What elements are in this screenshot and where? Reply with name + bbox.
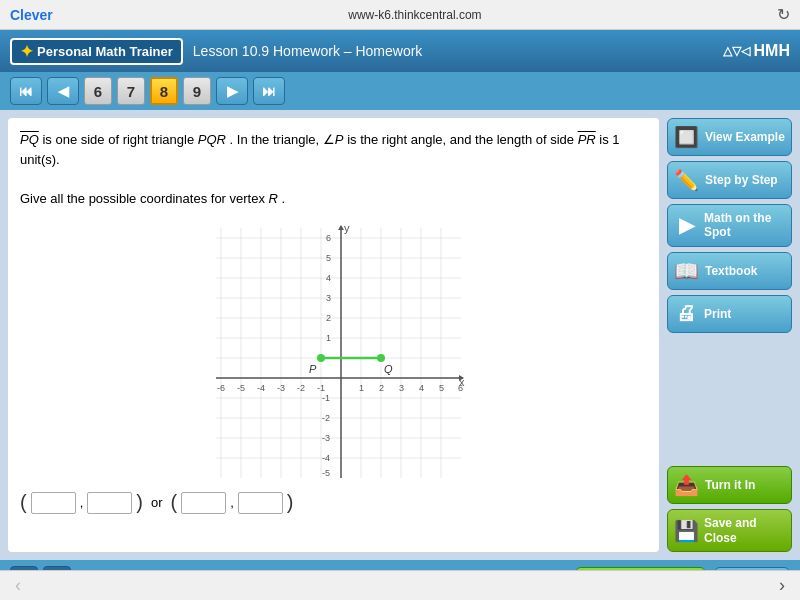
browser-forward-arrow[interactable]: › [779, 575, 785, 596]
app-name: Personal Math Trainer [37, 44, 173, 59]
nav-bar: ⏮ ◀ 6 7 8 9 ▶ ⏭ [0, 72, 800, 110]
open-paren-1: ( [20, 491, 27, 514]
graph-container: y x -6 -5 -4 -3 -2 -1 1 2 3 4 5 6 6 5 [201, 218, 466, 483]
sidebar-spacer [667, 338, 792, 461]
prev-nav-button[interactable]: ◀ [47, 77, 79, 105]
next-nav-button[interactable]: ▶ [216, 77, 248, 105]
answer-input-y1[interactable] [87, 492, 132, 514]
math-on-spot-label: Math on the Spot [704, 211, 785, 240]
turn-in-icon: 📤 [674, 473, 699, 497]
svg-text:y: y [344, 222, 350, 234]
question-panel: PQ is one side of right triangle PQR . I… [8, 118, 659, 552]
browser-bottom: ‹ › [0, 570, 800, 600]
r-label: R [269, 191, 278, 206]
nav-num-8[interactable]: 8 [150, 77, 178, 105]
svg-text:-3: -3 [322, 433, 330, 443]
svg-text:-3: -3 [277, 383, 285, 393]
math-on-spot-icon: ▶ [674, 213, 698, 237]
svg-text:-4: -4 [322, 453, 330, 463]
app-header: ✦ Personal Math Trainer Lesson 10.9 Home… [0, 30, 800, 72]
q-text-3: is the right angle, and the length of si… [347, 132, 578, 147]
view-example-label: View Example [705, 130, 785, 144]
turn-it-in-button[interactable]: 📤 Turn it In [667, 466, 792, 504]
svg-text:4: 4 [419, 383, 424, 393]
comma-2: , [230, 495, 234, 510]
or-label: or [151, 495, 163, 510]
pr-label: PR [578, 132, 596, 147]
answer-input-y2[interactable] [238, 492, 283, 514]
hmh-label: HMH [754, 42, 790, 60]
svg-text:3: 3 [326, 293, 331, 303]
svg-text:Q: Q [384, 363, 393, 375]
svg-text:3: 3 [399, 383, 404, 393]
close-paren-1: ) [136, 491, 143, 514]
turn-it-in-label: Turn it In [705, 478, 755, 492]
svg-text:-5: -5 [322, 468, 330, 478]
math-on-spot-button[interactable]: ▶ Math on the Spot [667, 204, 792, 247]
pq-label: PQ [20, 132, 39, 147]
view-example-button[interactable]: 🔲 View Example [667, 118, 792, 156]
angle-p: P [335, 132, 344, 147]
pmt-logo: ✦ Personal Math Trainer [10, 38, 183, 65]
url-bar: www-k6.thinkcentral.com [348, 8, 481, 22]
clever-logo: Clever [10, 7, 53, 23]
sidebar: 🔲 View Example ✏️ Step by Step ▶ Math on… [667, 118, 792, 552]
comma-1: , [80, 495, 84, 510]
svg-text:-4: -4 [257, 383, 265, 393]
q-text-2: . In the triangle, ∠ [230, 132, 335, 147]
nav-num-6[interactable]: 6 [84, 77, 112, 105]
first-nav-button[interactable]: ⏮ [10, 77, 42, 105]
svg-text:-1: -1 [317, 383, 325, 393]
q-text-1: is one side of right triangle [42, 132, 197, 147]
step-by-step-label: Step by Step [705, 173, 778, 187]
print-label: Print [704, 307, 731, 321]
textbook-button[interactable]: 📖 Textbook [667, 252, 792, 290]
svg-text:-5: -5 [237, 383, 245, 393]
svg-text:1: 1 [326, 333, 331, 343]
main-content: PQ is one side of right triangle PQR . I… [0, 110, 800, 560]
svg-text:1: 1 [359, 383, 364, 393]
step-by-step-icon: ✏️ [674, 168, 699, 192]
svg-text:2: 2 [326, 313, 331, 323]
print-icon: 🖨 [674, 302, 698, 325]
last-nav-button[interactable]: ⏭ [253, 77, 285, 105]
hmh-triangles-icon: △▽◁ [723, 44, 750, 58]
textbook-icon: 📖 [674, 259, 699, 283]
nav-num-9[interactable]: 9 [183, 77, 211, 105]
q-prompt-end: . [282, 191, 286, 206]
svg-text:5: 5 [326, 253, 331, 263]
save-close-icon: 💾 [674, 519, 698, 543]
svg-text:2: 2 [379, 383, 384, 393]
question-text: PQ is one side of right triangle PQR . I… [20, 130, 647, 208]
save-close-label: Save and Close [704, 516, 785, 545]
refresh-button[interactable]: ↻ [777, 5, 790, 24]
close-paren-2: ) [287, 491, 294, 514]
browser-back-arrow[interactable]: ‹ [15, 575, 21, 596]
svg-point-55 [377, 354, 385, 362]
hmh-logo: △▽◁ HMH [723, 42, 790, 60]
open-paren-2: ( [171, 491, 178, 514]
svg-text:-6: -6 [217, 383, 225, 393]
answer-input-x1[interactable] [31, 492, 76, 514]
nav-num-7[interactable]: 7 [117, 77, 145, 105]
svg-text:-2: -2 [297, 383, 305, 393]
q-prompt: Give all the possible coordinates for ve… [20, 191, 269, 206]
svg-point-54 [317, 354, 325, 362]
svg-text:4: 4 [326, 273, 331, 283]
svg-text:5: 5 [439, 383, 444, 393]
svg-text:-2: -2 [322, 413, 330, 423]
svg-text:6: 6 [458, 383, 463, 393]
answer-row: ( , ) or ( , ) [20, 491, 647, 514]
print-button[interactable]: 🖨 Print [667, 295, 792, 333]
answer-input-x2[interactable] [181, 492, 226, 514]
triangle-label: PQR [198, 132, 226, 147]
step-by-step-button[interactable]: ✏️ Step by Step [667, 161, 792, 199]
save-close-button[interactable]: 💾 Save and Close [667, 509, 792, 552]
svg-text:6: 6 [326, 233, 331, 243]
view-example-icon: 🔲 [674, 125, 699, 149]
textbook-label: Textbook [705, 264, 757, 278]
browser-top-bar: Clever www-k6.thinkcentral.com ↻ [0, 0, 800, 30]
svg-text:-1: -1 [322, 393, 330, 403]
pmt-icon: ✦ [20, 42, 33, 61]
coordinate-graph: y x -6 -5 -4 -3 -2 -1 1 2 3 4 5 6 6 5 [201, 218, 466, 483]
